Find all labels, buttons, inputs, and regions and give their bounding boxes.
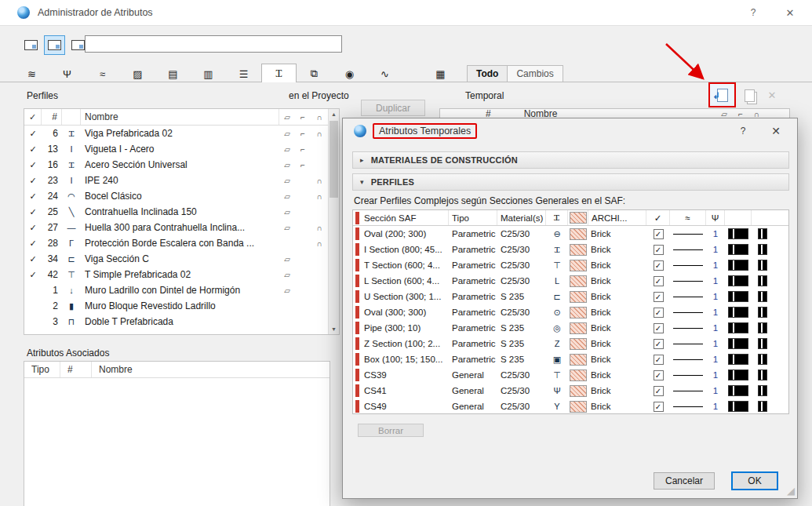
- saf-name-header[interactable]: Sección SAF: [361, 210, 449, 225]
- scroll-down-arrow[interactable]: ▼: [329, 324, 339, 334]
- profile-row[interactable]: ✓ 34 ⊏ Viga Sección C ▱: [24, 251, 339, 267]
- delete-button[interactable]: ✕: [762, 86, 782, 105]
- cambios-button[interactable]: Cambios: [508, 66, 562, 82]
- saf-material-header[interactable]: Material(s): [497, 210, 546, 225]
- checkbox[interactable]: ✓: [654, 229, 664, 239]
- search-input[interactable]: [85, 35, 342, 53]
- dialog-help-button[interactable]: ?: [730, 118, 756, 144]
- saf-section-type: Parametric: [449, 308, 497, 317]
- saf-profile-row[interactable]: CS49 General C25/30 Y Brick ✓ 1: [353, 399, 788, 414]
- checkbox[interactable]: ✓: [654, 339, 664, 349]
- row-checkmark[interactable]: ✓: [24, 191, 42, 202]
- attribute-tab[interactable]: ▥: [191, 65, 226, 82]
- assoc-nombre-header[interactable]: Nombre: [92, 362, 330, 377]
- attribute-tab[interactable]: ≋: [14, 65, 49, 82]
- profile-row[interactable]: 2 ▮ Muro Bloque Revestido Ladrillo: [24, 298, 339, 314]
- profile-row[interactable]: ✓ 42 ⊤ T Simple Prefabricada 02 ▱: [24, 267, 339, 282]
- attribute-tab[interactable]: ∿: [367, 65, 402, 82]
- profile-shape-icon: ▮: [62, 301, 81, 311]
- section-perfiles[interactable]: ▾ PERFILES: [352, 173, 789, 191]
- name-column-header[interactable]: Nombre: [81, 109, 279, 125]
- duplicar-button[interactable]: Duplicar: [361, 100, 425, 116]
- row-checkmark[interactable]: ✓: [24, 223, 42, 233]
- ok-button[interactable]: OK: [731, 471, 778, 490]
- profile-row[interactable]: ✓ 24 ◠ Bocel Clásico ▱ ∩: [24, 188, 339, 204]
- profile-row[interactable]: ✓ 28 Γ Protección Borde Escalera con Ban…: [24, 235, 339, 251]
- checkbox[interactable]: ✓: [654, 386, 664, 396]
- borrar-button[interactable]: Borrar: [358, 424, 424, 437]
- profile-name: Protección Borde Escalera con Banda ...: [81, 238, 279, 249]
- saf-profile-row[interactable]: CS41 General C25/30 Ψ Brick ✓ 1: [353, 383, 788, 399]
- attribute-tab[interactable]: ▤: [155, 65, 191, 82]
- copy-button[interactable]: [739, 86, 759, 105]
- row-checkmark[interactable]: ✓: [24, 176, 42, 186]
- checkbox[interactable]: ✓: [654, 355, 664, 365]
- attribute-tab[interactable]: ▨: [120, 65, 155, 82]
- section-materiales[interactable]: ▸ MATERIALES DE CONSTRUCCIÓN: [352, 151, 789, 169]
- list-scrollbar[interactable]: ▲ ▼: [328, 109, 339, 334]
- assoc-tipo-header[interactable]: Tipo: [24, 362, 60, 377]
- attribute-tab[interactable]: Ɪ: [261, 64, 297, 82]
- saf-profile-row[interactable]: L Section (600; 4... Parametric C25/30 L…: [353, 273, 788, 289]
- attribute-tab[interactable]: ≈: [85, 65, 120, 82]
- tab-grid-view[interactable]: ▦: [423, 65, 458, 82]
- saf-profile-row[interactable]: Oval (200; 300) Parametric C25/30 ⊖ Bric…: [353, 226, 788, 242]
- profile-row[interactable]: ✓ 16 Ɪ Acero Sección Universal ▱ ⌐: [24, 157, 339, 173]
- screen-highlight-button[interactable]: [44, 35, 65, 55]
- row-checkmark[interactable]: ✓: [24, 254, 42, 264]
- check-icon: ✓: [655, 387, 661, 395]
- help-button[interactable]: ?: [737, 0, 769, 25]
- profile-name: Contrahuella Inclinada 150: [81, 206, 279, 217]
- row-checkmark[interactable]: ✓: [24, 144, 42, 155]
- saf-tipo-header[interactable]: Tipo: [449, 210, 497, 225]
- saf-profile-row[interactable]: Oval (300; 300) Parametric C25/30 ⊙ Bric…: [353, 304, 788, 320]
- saf-profile-row[interactable]: CS39 General C25/30 ⊤ Brick ✓ 1: [353, 367, 788, 383]
- checkbox[interactable]: ✓: [654, 245, 664, 255]
- attribute-tab[interactable]: ☰: [226, 65, 261, 82]
- saf-profile-row[interactable]: Box (100; 15; 150... Parametric S 235 ▣ …: [353, 351, 788, 367]
- row-checkmark[interactable]: ✓: [24, 238, 42, 249]
- checkbox[interactable]: ✓: [654, 308, 664, 318]
- row-checkmark[interactable]: ✓: [24, 207, 42, 217]
- scrollbar-thumb[interactable]: [330, 121, 338, 198]
- checkbox[interactable]: ✓: [654, 323, 664, 333]
- checkbox[interactable]: ✓: [654, 276, 664, 286]
- profile-row[interactable]: 3 ⊓ Doble T Prefabricada: [24, 314, 339, 329]
- cancel-button[interactable]: Cancelar: [654, 472, 715, 490]
- checkbox[interactable]: ✓: [654, 370, 664, 380]
- saf-profile-row[interactable]: I Section (800; 45... Parametric C25/30 …: [353, 242, 788, 257]
- profile-row[interactable]: ✓ 25 ╲ Contrahuella Inclinada 150 ▱: [24, 204, 339, 220]
- import-temporal-button[interactable]: ↲: [708, 82, 736, 107]
- saf-profile-row[interactable]: Pipe (300; 10) Parametric S 235 ◎ Brick …: [353, 320, 788, 336]
- checkbox[interactable]: ✓: [654, 402, 664, 412]
- checkbox[interactable]: ✓: [654, 292, 664, 302]
- associated-title: Atributos Asociados: [27, 348, 109, 359]
- profile-row[interactable]: 1 ↓ Muro Ladrillo con Dintel de Hormigón…: [24, 282, 339, 298]
- todo-button[interactable]: Todo: [468, 66, 508, 82]
- saf-profile-row[interactable]: T Section (600; 4... Parametric C25/30 ⊤…: [353, 257, 788, 273]
- resize-grip[interactable]: ◢: [787, 485, 795, 497]
- saf-profile-row[interactable]: Z Section (100; 2... Parametric S 235 Z …: [353, 336, 788, 351]
- number-column-header[interactable]: #: [42, 109, 62, 125]
- dialog-close-button[interactable]: ✕: [763, 118, 789, 144]
- profile-row[interactable]: ✓ 27 — Huella 300 para Contrahuella Incl…: [24, 220, 339, 235]
- saf-profile-row[interactable]: U Section (300; 1... Parametric S 235 ⊏ …: [353, 289, 788, 304]
- profile-row[interactable]: ✓ 6 Ɪ Viga Prefabricada 02 ▱ ⌐ ∩: [24, 126, 339, 141]
- dialog-title-bar: Atributos Temporales ? ✕: [343, 118, 797, 144]
- row-checkmark[interactable]: ✓: [24, 270, 42, 280]
- row-checkmark[interactable]: ✓: [24, 160, 42, 170]
- surface-column-header[interactable]: ARCHI...: [588, 210, 646, 225]
- attribute-tab[interactable]: Ψ: [49, 65, 85, 82]
- check-column-header[interactable]: ✓: [24, 109, 42, 125]
- attribute-tab[interactable]: ◉: [332, 65, 367, 82]
- screen-select-button[interactable]: [20, 35, 42, 55]
- row-checkmark[interactable]: ✓: [24, 129, 42, 139]
- profile-row[interactable]: ✓ 13 I Vigueta I - Acero ▱ ⌐: [24, 141, 339, 157]
- profile-row[interactable]: ✓ 23 I IPE 240 ▱ ∩: [24, 173, 339, 188]
- attribute-tab[interactable]: ⧉: [297, 65, 332, 82]
- close-button[interactable]: ✕: [774, 0, 806, 25]
- scroll-up-arrow[interactable]: ▲: [329, 109, 339, 119]
- icon-column-header[interactable]: [62, 109, 81, 125]
- checkbox[interactable]: ✓: [654, 260, 664, 271]
- assoc-num-header[interactable]: #: [60, 362, 92, 377]
